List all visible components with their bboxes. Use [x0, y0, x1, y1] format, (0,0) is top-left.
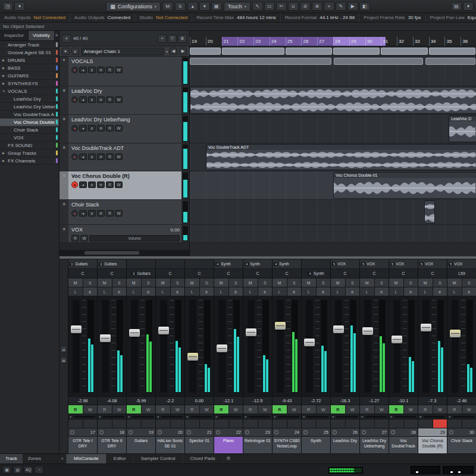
mixer-visibility-icon[interactable]: ▤ — [60, 356, 67, 364]
arranger-next-button[interactable]: ▶ — [179, 48, 187, 55]
edit-channel-button[interactable]: e — [287, 287, 302, 296]
mixer-channel-strip[interactable]: 5 VOX L59 M S L e -2.46 R W ◂ — [447, 259, 476, 453]
read-automation-button[interactable]: R — [447, 405, 462, 414]
record-arm-button[interactable] — [287, 419, 302, 428]
fader-handle[interactable] — [362, 327, 373, 335]
visibility-item[interactable]: Voc DoubleTrack A — [0, 111, 59, 118]
fader-handle[interactable] — [217, 345, 227, 352]
fader-track[interactable] — [364, 300, 371, 393]
solo-button[interactable]: S — [345, 278, 360, 287]
record-arm-button[interactable] — [316, 419, 331, 428]
solo-button[interactable]: S — [316, 278, 331, 287]
mixer-channel-strip[interactable]: 5 VOX C M S L e -16.3 R W ◂ — [331, 259, 360, 453]
zone-tab-track[interactable]: Track — [0, 454, 23, 464]
write-automation-button[interactable]: W — [199, 405, 214, 414]
footer-aq-badge[interactable]: AQ — [24, 466, 33, 474]
listen-button[interactable]: L — [214, 287, 228, 296]
ruler-bar-number[interactable]: 29 — [349, 37, 365, 46]
write-automation-button[interactable]: W — [258, 405, 273, 414]
write-automation-button[interactable]: W — [115, 67, 123, 73]
tab-chord-pads[interactable]: Chord Pads — [183, 454, 223, 464]
channel-pan-control[interactable]: C — [156, 269, 184, 278]
visibility-item[interactable]: Arranger Track — [0, 41, 59, 49]
channel-output-routing[interactable] — [156, 259, 184, 269]
fader-track[interactable] — [160, 300, 167, 393]
mute-button[interactable]: M — [98, 278, 112, 287]
visibility-item[interactable]: ▶FX Channels — [0, 157, 59, 165]
channel-output-routing[interactable]: 3 Guitars — [68, 259, 97, 269]
automation-mode-dropdown[interactable]: Touch ▾ — [224, 2, 250, 11]
channel-name[interactable]: Synth — [302, 437, 330, 453]
channel-level-value[interactable]: -10.1 — [389, 397, 418, 405]
arranger-prev-button[interactable]: ◀ — [170, 48, 177, 55]
edit-arranger-button[interactable]: e — [71, 48, 79, 55]
visibility-item[interactable]: ▶Group Tracks — [0, 149, 59, 157]
write-automation-button[interactable]: W — [80, 235, 88, 242]
ruler-bar-number[interactable]: 30 — [365, 37, 381, 46]
track-volume-slider[interactable]: Volume — [89, 235, 180, 242]
edit-channel-button[interactable]: e — [88, 96, 96, 103]
track-name[interactable]: Voc Chorus Double (R) — [71, 173, 130, 179]
monitor-button[interactable] — [98, 419, 112, 428]
write-automation-button[interactable]: W — [115, 125, 123, 131]
expand-arrow-icon[interactable]: ▶ — [2, 58, 8, 62]
fader-track[interactable] — [452, 300, 459, 393]
solo-button[interactable]: S — [83, 278, 98, 287]
monitor-button[interactable] — [418, 419, 433, 428]
monitor-button[interactable]: ◂ — [79, 67, 87, 73]
monitor-button[interactable] — [302, 419, 316, 428]
arranger-activate-icon[interactable]: ▸ — [62, 48, 70, 55]
track-filter-icon[interactable]: ≡ — [62, 35, 71, 43]
mute-button[interactable]: M — [214, 278, 228, 287]
write-automation-button[interactable]: W — [115, 96, 123, 103]
visibility-item[interactable]: ▶GUITARS — [0, 72, 59, 80]
audio-event[interactable]: Voc Chorus Double-01 — [333, 172, 476, 199]
listen-button[interactable]: L — [243, 287, 258, 296]
monitor-button[interactable] — [243, 419, 258, 428]
read-automation-button[interactable]: R — [185, 405, 199, 414]
edit-channel-button[interactable]: e — [88, 67, 96, 73]
read-automation-button[interactable]: R — [389, 405, 403, 414]
expand-arrow-icon[interactable]: ▶ — [2, 66, 8, 70]
channel-mini-slider[interactable]: ◂ — [447, 414, 476, 419]
mixer-channel-strip[interactable]: 5 VOX C M S L e -10.1 R W ◂ — [389, 259, 418, 453]
ruler-bar-number[interactable]: 36 — [461, 37, 476, 46]
channel-level-value[interactable]: -1.27 — [360, 397, 389, 405]
mute-button[interactable]: M — [127, 278, 141, 287]
object-selection-tool-icon[interactable]: ↖ — [252, 2, 263, 11]
track-name[interactable]: Choir Stack — [71, 202, 99, 208]
ruler-bar-number[interactable]: 20 — [206, 37, 222, 46]
audio-event[interactable] — [190, 87, 476, 114]
channel-output-routing[interactable]: 3 Guitars — [98, 259, 126, 269]
mixer-channel-strip[interactable]: 4 Synth C M S L e -12.5 R W ◂ — [243, 259, 273, 453]
edit-channel-button[interactable]: e — [403, 287, 418, 296]
visibility-item[interactable]: Choir Stack — [0, 126, 59, 134]
fader-handle[interactable] — [71, 325, 82, 333]
channel-output-routing[interactable]: 5 VOX — [418, 259, 447, 269]
channel-level-value[interactable]: -5.99 — [127, 397, 155, 405]
channel-output-routing[interactable]: 5 VOX — [360, 259, 389, 269]
channel-mini-slider[interactable]: ◂ — [98, 414, 126, 419]
audio-event[interactable]: LeadVoc D — [449, 115, 476, 142]
footer-clock-icon[interactable]: ◔ — [35, 466, 43, 474]
write-automation-button[interactable]: W — [403, 405, 418, 414]
listen-button[interactable]: L — [302, 287, 316, 296]
expand-arrow-icon[interactable]: ▼ — [2, 89, 8, 93]
nudge-up-icon[interactable]: ▴ — [187, 2, 198, 11]
scrollbar-thumb[interactable] — [84, 251, 139, 255]
listen-button[interactable]: L — [68, 287, 83, 296]
tab-inspector[interactable]: Inspector — [0, 31, 29, 40]
fader-handle[interactable] — [246, 328, 256, 336]
read-automation-button[interactable]: R — [106, 67, 114, 73]
solo-button[interactable]: S — [228, 278, 243, 287]
channel-output-routing[interactable] — [302, 259, 330, 269]
insert-state-button[interactable]: ≋ — [97, 210, 105, 217]
solo-button[interactable]: S — [112, 278, 127, 287]
mute-button[interactable]: M — [447, 278, 462, 287]
window-layout-icon[interactable]: ▤ — [451, 2, 462, 11]
global-mute-button[interactable]: M — [162, 2, 173, 11]
mute-button[interactable]: M — [360, 278, 374, 287]
mute-button[interactable]: M — [156, 278, 170, 287]
channel-name[interactable]: Choir Stack — [447, 437, 476, 453]
write-automation-button[interactable]: W — [170, 405, 185, 414]
